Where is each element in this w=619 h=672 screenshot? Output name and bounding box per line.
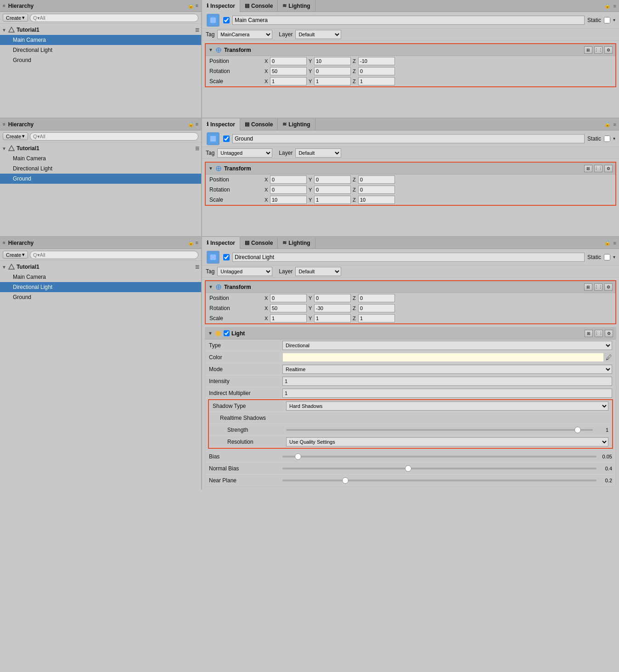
transform-grid-btn-3[interactable]: ⋮⋮ <box>594 283 602 291</box>
tab-inspector-3[interactable]: ℹ Inspector <box>202 237 240 249</box>
scale-y-input-3[interactable] <box>314 314 351 322</box>
go-static-arrow-3[interactable]: ▾ <box>613 254 615 260</box>
tag-select-3[interactable]: Untagged <box>217 267 272 276</box>
lock-icon-1[interactable]: 🔒 <box>604 3 611 9</box>
rot-x-input-3[interactable] <box>270 304 307 312</box>
scale-z-input-3[interactable] <box>358 314 395 322</box>
go-name-input-3[interactable] <box>232 253 585 262</box>
pos-z-input-1[interactable] <box>358 57 395 65</box>
pos-x-input-2[interactable] <box>270 175 307 184</box>
rot-y-input-2[interactable] <box>314 186 351 194</box>
go-static-checkbox-1[interactable] <box>604 17 610 23</box>
tree-item-1-1[interactable]: Directional Light <box>0 45 201 55</box>
tree-item-3-1[interactable]: Directional Light <box>0 282 201 292</box>
pos-z-input-2[interactable] <box>358 175 395 184</box>
tab-lighting-3[interactable]: ≋ Lighting <box>278 237 315 249</box>
rot-y-input-1[interactable] <box>314 67 351 75</box>
options-icon-3[interactable]: ≡ <box>613 240 616 246</box>
lock-icon-3[interactable]: 🔒 <box>604 240 611 246</box>
strength-slider-thumb[interactable] <box>574 427 581 433</box>
go-name-input-2[interactable] <box>232 134 585 143</box>
hierarchy-lock-3[interactable]: 🔒 ≡ <box>188 240 198 246</box>
bias-slider-track[interactable] <box>282 456 596 457</box>
tab-inspector-2[interactable]: ℹ Inspector <box>202 119 240 130</box>
transform-ref-btn-1[interactable]: ⊞ <box>584 46 592 54</box>
layer-select-3[interactable]: Default <box>295 267 341 276</box>
create-button-2[interactable]: Create ▾ <box>3 132 28 140</box>
tree-item-2-1[interactable]: Directional Light <box>0 164 201 174</box>
tab-inspector-1[interactable]: ℹ Inspector <box>202 0 240 12</box>
pos-z-input-3[interactable] <box>358 294 395 302</box>
transform-grid-btn-2[interactable]: ⋮⋮ <box>594 165 602 172</box>
tree-item-2-2[interactable]: Ground <box>0 174 201 184</box>
tree-item-1-0[interactable]: Main Camera <box>0 35 201 45</box>
indirect-input[interactable] <box>282 389 612 398</box>
transform-gear-btn-2[interactable]: ⚙ <box>604 165 613 172</box>
go-static-arrow-1[interactable]: ▾ <box>613 17 615 23</box>
layer-select-1[interactable]: Default <box>295 30 341 39</box>
hierarchy-lock-1[interactable]: 🔒 ≡ <box>188 3 198 9</box>
search-input-3[interactable] <box>30 251 198 259</box>
pos-x-input-1[interactable] <box>270 57 307 65</box>
rot-y-input-3[interactable] <box>314 304 351 312</box>
pos-y-input-2[interactable] <box>314 175 351 184</box>
go-name-input-1[interactable] <box>232 16 585 25</box>
scale-z-input-1[interactable] <box>358 77 395 85</box>
tab-lighting-1[interactable]: ≋ Lighting <box>278 0 315 12</box>
transform-arrow-1[interactable]: ▼ <box>208 47 213 52</box>
tree-item-2-0[interactable]: Main Camera <box>0 153 201 164</box>
nearplane-slider-track[interactable] <box>282 480 596 481</box>
tab-console-1[interactable]: ▤ Console <box>240 0 278 12</box>
tag-select-2[interactable]: Untagged <box>217 148 272 158</box>
go-enabled-checkbox-3[interactable] <box>223 254 230 260</box>
normalbias-slider-track[interactable] <box>282 468 596 469</box>
shadow-type-select[interactable]: Hard Shadows <box>286 401 608 411</box>
rot-z-input-3[interactable] <box>358 304 395 312</box>
tree-item-1-2[interactable]: Ground <box>0 55 201 65</box>
rot-x-input-1[interactable] <box>270 67 307 75</box>
strength-slider-track[interactable] <box>286 429 593 431</box>
tab-console-3[interactable]: ▤ Console <box>240 237 278 249</box>
resolution-select[interactable]: Use Quality Settings <box>286 437 608 446</box>
scale-x-input-2[interactable] <box>270 196 307 204</box>
tree-root-3[interactable]: ▼ Tutorial1 ☰ <box>0 262 201 272</box>
tab-lighting-2[interactable]: ≋ Lighting <box>278 119 315 130</box>
light-mode-select[interactable]: Realtime <box>282 365 612 374</box>
options-icon-1[interactable]: ≡ <box>613 3 616 9</box>
scale-x-input-1[interactable] <box>270 77 307 85</box>
go-enabled-checkbox-2[interactable] <box>223 136 230 142</box>
rot-x-input-2[interactable] <box>270 186 307 194</box>
go-static-checkbox-3[interactable] <box>604 254 610 260</box>
light-gear-btn[interactable]: ⚙ <box>605 330 613 337</box>
layer-select-2[interactable]: Default <box>295 148 341 158</box>
go-static-checkbox-2[interactable] <box>604 136 610 142</box>
search-input-2[interactable] <box>30 132 198 141</box>
scale-y-input-2[interactable] <box>314 196 351 204</box>
transform-gear-btn-3[interactable]: ⚙ <box>604 283 613 291</box>
light-ref-btn[interactable]: ⊞ <box>585 330 593 337</box>
tree-item-3-2[interactable]: Ground <box>0 292 201 302</box>
go-enabled-checkbox-1[interactable] <box>223 17 230 23</box>
scale-y-input-1[interactable] <box>314 77 351 85</box>
pos-x-input-3[interactable] <box>270 294 307 302</box>
bias-slider-thumb[interactable] <box>295 453 301 460</box>
tag-select-1[interactable]: MainCamera <box>217 30 272 39</box>
transform-ref-btn-2[interactable]: ⊞ <box>584 165 592 172</box>
transform-grid-btn-1[interactable]: ⋮⋮ <box>594 46 602 54</box>
tab-console-2[interactable]: ▤ Console <box>240 119 278 130</box>
scale-x-input-3[interactable] <box>270 314 307 322</box>
eyedropper-icon[interactable]: 🖊 <box>606 354 612 361</box>
light-color-swatch[interactable] <box>282 353 604 362</box>
search-input-1[interactable] <box>30 14 198 22</box>
rot-z-input-1[interactable] <box>358 67 395 75</box>
normalbias-slider-thumb[interactable] <box>405 465 411 472</box>
scale-z-input-2[interactable] <box>358 196 395 204</box>
transform-ref-btn-3[interactable]: ⊞ <box>584 283 592 291</box>
create-button-3[interactable]: Create ▾ <box>3 251 28 259</box>
go-static-arrow-2[interactable]: ▾ <box>613 136 615 141</box>
light-grid-btn[interactable]: ⋮⋮ <box>595 330 603 337</box>
tree-root-2[interactable]: ▼ Tutorial1 ☰ <box>0 143 201 153</box>
create-button-1[interactable]: Create ▾ <box>3 14 28 22</box>
light-type-select[interactable]: Directional <box>282 341 612 350</box>
intensity-input[interactable] <box>282 377 612 386</box>
